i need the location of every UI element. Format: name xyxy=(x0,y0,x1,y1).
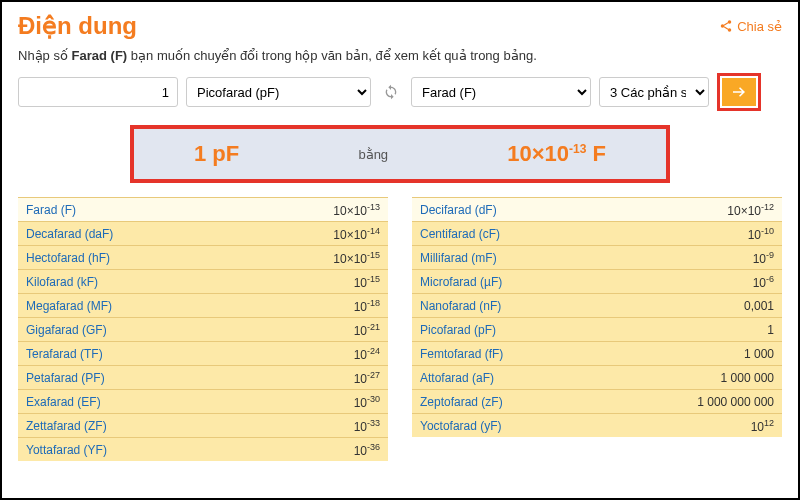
unit-link[interactable]: Zettafarad (ZF) xyxy=(26,419,107,433)
table-row: Zeptofarad (zF)1 000 000 000 xyxy=(412,389,782,413)
table-row: Petafarad (PF)10-27 xyxy=(18,365,388,389)
unit-link[interactable]: Millifarad (mF) xyxy=(420,251,497,265)
table-row: Decifarad (dF)10×10-12 xyxy=(412,197,782,221)
share-icon xyxy=(719,19,733,33)
page-title: Điện dung xyxy=(18,12,137,40)
unit-value: 1 000 xyxy=(744,347,774,361)
unit-link[interactable]: Terafarad (TF) xyxy=(26,347,103,361)
table-row: Microfarad (µF)10-6 xyxy=(412,269,782,293)
unit-value: 10-9 xyxy=(753,250,774,266)
unit-value: 10×10-15 xyxy=(333,250,380,266)
result-to: 10×10-13 F xyxy=(507,141,606,167)
instruction-text: Nhập số Farad (F) bạn muốn chuyển đổi tr… xyxy=(18,48,782,63)
table-row: Femtofarad (fF)1 000 xyxy=(412,341,782,365)
unit-value: 10-36 xyxy=(354,442,380,458)
unit-link[interactable]: Yottafarad (YF) xyxy=(26,443,107,457)
table-row: Kilofarad (kF)10-15 xyxy=(18,269,388,293)
result-from: 1 pF xyxy=(194,141,239,167)
unit-link[interactable]: Decifarad (dF) xyxy=(420,203,497,217)
unit-link[interactable]: Hectofarad (hF) xyxy=(26,251,110,265)
table-row: Attofarad (aF)1 000 000 xyxy=(412,365,782,389)
table-row: Hectofarad (hF)10×10-15 xyxy=(18,245,388,269)
share-button[interactable]: Chia sẻ xyxy=(719,19,782,34)
unit-to-select[interactable]: Farad (F) xyxy=(411,77,591,107)
unit-link[interactable]: Microfarad (µF) xyxy=(420,275,502,289)
unit-value: 1 000 000 xyxy=(721,371,774,385)
table-row: Terafarad (TF)10-24 xyxy=(18,341,388,365)
svg-point-0 xyxy=(728,20,732,24)
svg-point-1 xyxy=(721,24,725,28)
unit-value: 10×10-13 xyxy=(333,202,380,218)
table-row: Zettafarad (ZF)10-33 xyxy=(18,413,388,437)
value-input[interactable] xyxy=(18,77,178,107)
swap-icon[interactable] xyxy=(379,80,403,104)
unit-link[interactable]: Petafarad (PF) xyxy=(26,371,105,385)
controls-bar: Picofarad (pF) Farad (F) 3 Các phần số xyxy=(18,73,782,111)
unit-value: 10-24 xyxy=(354,346,380,362)
share-label: Chia sẻ xyxy=(737,19,782,34)
unit-value: 1 xyxy=(767,323,774,337)
unit-link[interactable]: Zeptofarad (zF) xyxy=(420,395,503,409)
unit-link[interactable]: Kilofarad (kF) xyxy=(26,275,98,289)
unit-value: 10-30 xyxy=(354,394,380,410)
unit-value: 10-6 xyxy=(753,274,774,290)
table-row: Gigafarad (GF)10-21 xyxy=(18,317,388,341)
unit-link[interactable]: Attofarad (aF) xyxy=(420,371,494,385)
unit-link[interactable]: Gigafarad (GF) xyxy=(26,323,107,337)
convert-button[interactable] xyxy=(722,78,756,106)
unit-link[interactable]: Farad (F) xyxy=(26,203,76,217)
result-equals-label: bằng xyxy=(358,147,388,162)
unit-value: 0,001 xyxy=(744,299,774,313)
unit-link[interactable]: Exafarad (EF) xyxy=(26,395,101,409)
unit-value: 1 000 000 000 xyxy=(697,395,774,409)
table-row: Farad (F)10×10-13 xyxy=(18,197,388,221)
unit-value: 10×10-12 xyxy=(727,202,774,218)
unit-link[interactable]: Megafarad (MF) xyxy=(26,299,112,313)
unit-value: 10×10-14 xyxy=(333,226,380,242)
table-row: Picofarad (pF)1 xyxy=(412,317,782,341)
result-band: 1 pF bằng 10×10-13 F xyxy=(130,125,670,183)
unit-value: 10-18 xyxy=(354,298,380,314)
unit-value: 10-27 xyxy=(354,370,380,386)
table-row: Nanofarad (nF)0,001 xyxy=(412,293,782,317)
arrow-right-icon xyxy=(730,83,748,101)
unit-value: 10-21 xyxy=(354,322,380,338)
unit-link[interactable]: Decafarad (daF) xyxy=(26,227,113,241)
unit-value: 10-15 xyxy=(354,274,380,290)
table-row: Centifarad (cF)10-10 xyxy=(412,221,782,245)
unit-from-select[interactable]: Picofarad (pF) xyxy=(186,77,371,107)
unit-link[interactable]: Femtofarad (fF) xyxy=(420,347,503,361)
table-row: Millifarad (mF)10-9 xyxy=(412,245,782,269)
unit-link[interactable]: Centifarad (cF) xyxy=(420,227,500,241)
table-row: Megafarad (MF)10-18 xyxy=(18,293,388,317)
precision-select[interactable]: 3 Các phần số xyxy=(599,77,709,107)
unit-link[interactable]: Yoctofarad (yF) xyxy=(420,419,502,433)
unit-value: 1012 xyxy=(751,418,774,434)
svg-point-2 xyxy=(728,28,732,32)
table-row: Yottafarad (YF)10-36 xyxy=(18,437,388,461)
table-row: Exafarad (EF)10-30 xyxy=(18,389,388,413)
table-row: Decafarad (daF)10×10-14 xyxy=(18,221,388,245)
go-button-highlight xyxy=(717,73,761,111)
unit-link[interactable]: Picofarad (pF) xyxy=(420,323,496,337)
unit-value: 10-33 xyxy=(354,418,380,434)
table-row: Yoctofarad (yF)1012 xyxy=(412,413,782,437)
unit-value: 10-10 xyxy=(748,226,774,242)
unit-link[interactable]: Nanofarad (nF) xyxy=(420,299,501,313)
